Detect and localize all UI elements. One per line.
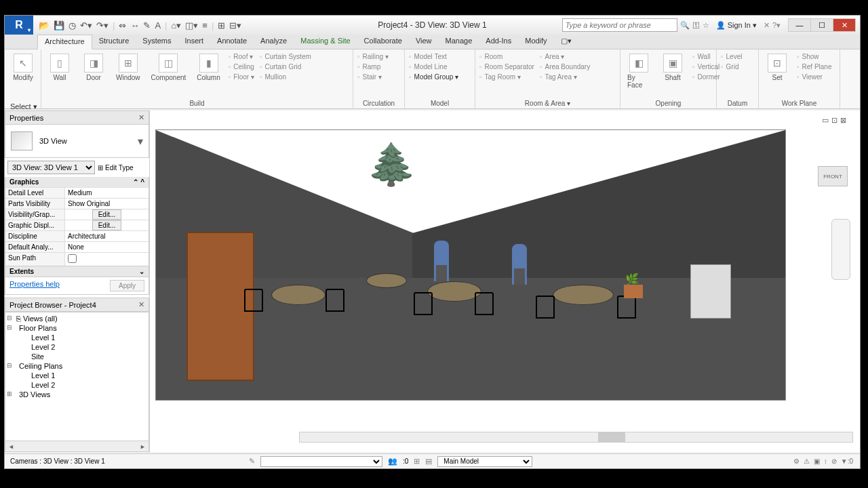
status-editable-icon[interactable]: ▤ — [425, 457, 432, 466]
property-row[interactable]: Parts VisibilityShow Original — [5, 198, 149, 209]
tab-view[interactable]: View — [409, 35, 439, 49]
nav-bar[interactable] — [831, 219, 850, 280]
view-max-icon[interactable]: ⊡ — [831, 116, 837, 125]
tree-level2[interactable]: Level 2 — [7, 342, 147, 352]
curtain-grid-button[interactable]: Curtain Grid — [260, 62, 311, 71]
graphics-group-header[interactable]: Graphics⌃ ^ — [5, 177, 149, 187]
tag-area-button[interactable]: Tag Area ▾ — [540, 73, 590, 81]
tree-site[interactable]: Site — [7, 352, 147, 361]
tree-floor-plans[interactable]: Floor Plans — [7, 323, 147, 333]
property-row[interactable]: Default Analy...None — [5, 241, 149, 252]
status-warn-icon[interactable]: ⚠ — [804, 458, 810, 465]
edit-type-button[interactable]: ⊞ Edit Type — [98, 161, 146, 174]
tab-manage[interactable]: Manage — [439, 35, 479, 49]
status-icon[interactable]: ✎ — [249, 457, 255, 466]
ref-plane-button[interactable]: Ref Plane — [797, 62, 831, 71]
status-funnel-icon[interactable]: ▼:0 — [841, 458, 853, 465]
tree-views-all[interactable]: ⎘ Views (all) — [7, 314, 147, 323]
thin-lines-icon[interactable]: ≡ — [202, 20, 208, 30]
close-button[interactable]: ✕ — [833, 18, 856, 32]
mullion-button[interactable]: Mullion — [260, 73, 311, 81]
viewport-hscroll[interactable] — [299, 432, 853, 443]
save-icon[interactable]: 💾 — [54, 20, 64, 30]
area-button[interactable]: Area ▾ — [540, 52, 590, 61]
model-group-button[interactable]: Model Group ▾ — [409, 73, 471, 81]
wall-button[interactable]: ▯Wall — [45, 52, 74, 83]
search-input[interactable] — [562, 18, 677, 32]
properties-close-icon[interactable]: ✕ — [138, 113, 144, 122]
set-button[interactable]: ⊡Set — [763, 52, 791, 83]
show-button[interactable]: Show — [797, 52, 831, 61]
redo-icon[interactable]: ↷▾ — [96, 20, 108, 30]
extents-group-header[interactable]: Extents⌄ — [5, 266, 149, 277]
app-menu-button[interactable]: R — [5, 16, 33, 35]
room-button[interactable]: Room — [479, 52, 534, 61]
door-button[interactable]: ◨Door — [79, 52, 108, 83]
apply-button[interactable]: Apply — [110, 280, 144, 291]
exchange-icon[interactable]: ✕ — [764, 21, 770, 30]
status-link-icon[interactable]: ⊘ — [831, 458, 837, 465]
component-button[interactable]: ◫Component — [149, 52, 189, 83]
status-people-icon[interactable]: 👥 — [388, 457, 397, 466]
text-icon[interactable]: A — [155, 20, 161, 30]
minimize-button[interactable]: — — [788, 18, 811, 32]
curtain-system-button[interactable]: Curtain System — [260, 52, 311, 61]
browser-close-icon[interactable]: ✕ — [138, 300, 144, 309]
column-button[interactable]: ▮Column — [194, 52, 222, 83]
model-line-button[interactable]: Model Line — [409, 62, 471, 71]
tab-add-ins[interactable]: Add-Ins — [479, 35, 518, 49]
status-drag-icon[interactable]: ↕ — [824, 458, 827, 465]
by-face-button[interactable]: ◧By Face — [625, 52, 653, 90]
tab-insert[interactable]: Insert — [178, 35, 211, 49]
tree-cp-level2[interactable]: Level 2 — [7, 380, 147, 390]
property-row[interactable]: Visibility/Grap...Edit... — [5, 209, 149, 220]
tab-massing-site[interactable]: Massing & Site — [294, 35, 357, 49]
grid-button[interactable]: Grid — [721, 62, 754, 71]
property-row[interactable]: Graphic Displ...Edit... — [5, 220, 149, 230]
browser-hscroll[interactable]: ◄► — [5, 441, 149, 451]
workset-selector[interactable]: Main Model — [437, 456, 532, 467]
viewer-button[interactable]: Viewer — [797, 73, 831, 81]
tag-room-button[interactable]: Tag Room ▾ — [479, 73, 534, 81]
tab-architecture[interactable]: Architecture — [37, 35, 92, 49]
view-cube[interactable]: FRONT — [818, 166, 848, 186]
star-icon[interactable]: ☆ — [703, 21, 709, 30]
view-min-icon[interactable]: ▭ — [822, 116, 829, 125]
tree-ceiling-plans[interactable]: Ceiling Plans — [7, 361, 147, 371]
ramp-button[interactable]: Ramp — [357, 62, 400, 71]
sign-in-button[interactable]: 👤 Sign In ▾ — [712, 21, 761, 30]
model-text-button[interactable]: Model Text — [409, 52, 471, 61]
railing-button[interactable]: Railing ▾ — [357, 52, 400, 61]
section-icon[interactable]: ◫▾ — [185, 20, 198, 30]
undo-icon[interactable]: ↶▾ — [80, 20, 92, 30]
tree-cp-level1[interactable]: Level 1 — [7, 371, 147, 380]
modify-button[interactable]: ↖Modify — [9, 52, 37, 83]
status-select-icon[interactable]: ▣ — [814, 458, 820, 465]
dim-icon[interactable]: ✎ — [143, 20, 151, 30]
help-icon[interactable]: ?▾ — [772, 21, 781, 30]
3d-icon[interactable]: ⌂▾ — [171, 20, 181, 30]
maximize-button[interactable]: ☐ — [810, 18, 833, 32]
property-row[interactable]: DisciplineArchitectural — [5, 230, 149, 241]
tab-systems[interactable]: Systems — [136, 35, 178, 49]
close-inactive-icon[interactable]: ⊞ — [218, 20, 225, 30]
view-instance-selector[interactable]: 3D View: 3D View 1 — [7, 161, 95, 174]
tab-annotate[interactable]: Annotate — [210, 35, 254, 49]
open-icon[interactable]: 📂 — [39, 20, 50, 30]
binoculars-icon[interactable]: 🔍 — [680, 21, 690, 30]
properties-help-link[interactable]: Properties help — [9, 280, 60, 291]
status-filter-icon[interactable]: ⚙ — [793, 458, 800, 465]
switch-windows-icon[interactable]: ⊟▾ — [229, 20, 241, 30]
vertical-button[interactable]: Vertical — [692, 62, 720, 71]
tab-collaborate[interactable]: Collaborate — [357, 35, 409, 49]
tab-modify[interactable]: Modify — [518, 35, 553, 49]
property-row[interactable]: Sun Path — [5, 252, 149, 266]
window-button[interactable]: ⊞Window — [113, 52, 143, 83]
shaft-button[interactable]: ▣Shaft — [658, 52, 687, 83]
floor-button[interactable]: Floor ▾ — [229, 73, 254, 81]
tab-structure[interactable]: Structure — [92, 35, 136, 49]
3d-view-canvas[interactable] — [155, 129, 786, 401]
tree-level1[interactable]: Level 1 — [7, 333, 147, 342]
align-icon[interactable]: ↔ — [130, 20, 139, 30]
tree-3d-views[interactable]: 3D Views — [7, 390, 147, 399]
